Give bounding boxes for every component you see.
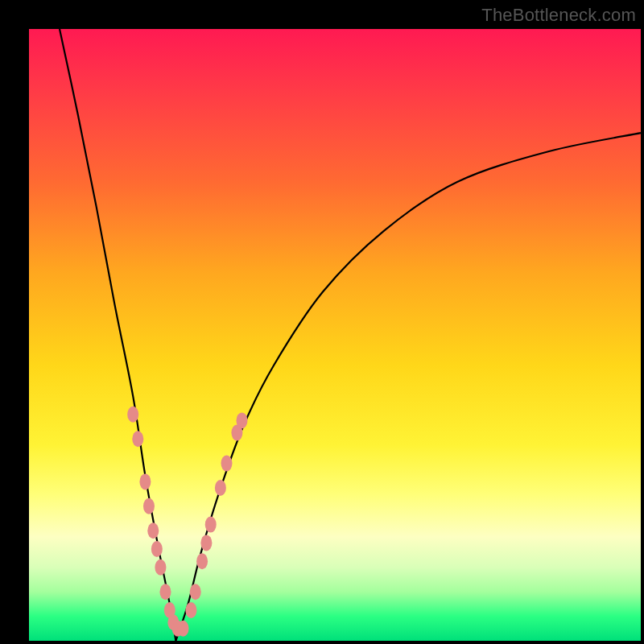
- marker-point: [236, 412, 247, 428]
- marker-point: [185, 602, 196, 618]
- marker-point: [190, 584, 201, 600]
- outer-frame: TheBottleneck.com: [0, 0, 644, 644]
- marker-point: [132, 431, 143, 447]
- marker-point: [147, 522, 159, 539]
- marker-point: [205, 517, 217, 533]
- marker-point: [159, 584, 171, 600]
- marker-point: [221, 456, 232, 472]
- curve-right-branch: [175, 133, 641, 641]
- curve-layer: [60, 29, 641, 641]
- plot-area: [29, 29, 641, 641]
- marker-layer: [127, 407, 247, 637]
- marker-point: [196, 553, 208, 569]
- marker-point: [215, 480, 226, 496]
- chart-svg: [29, 29, 641, 641]
- marker-point: [143, 498, 155, 514]
- marker-point: [178, 621, 189, 637]
- attribution-watermark: TheBottleneck.com: [481, 5, 636, 26]
- marker-point: [127, 407, 138, 423]
- marker-point: [139, 473, 151, 489]
- marker-point: [155, 559, 166, 576]
- marker-point: [200, 535, 212, 551]
- marker-point: [151, 541, 163, 557]
